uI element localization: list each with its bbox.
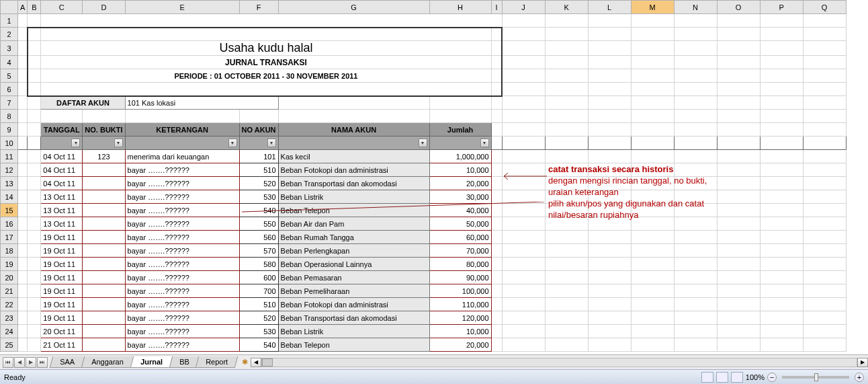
cell-namaakun[interactable]: Beban Fotokopi dan administrasi <box>278 298 429 311</box>
cell[interactable] <box>760 284 803 298</box>
cell[interactable] <box>631 177 674 190</box>
col-header-F[interactable]: F <box>239 1 278 14</box>
cell[interactable] <box>18 137 28 150</box>
select-all-corner[interactable] <box>1 1 18 14</box>
cell[interactable] <box>28 83 41 96</box>
cell[interactable] <box>502 14 545 28</box>
daftar-akun-value[interactable]: 101 Kas lokasi <box>125 96 278 110</box>
cell-jumlah[interactable]: 10,000 <box>429 325 491 338</box>
tab-nav-last[interactable]: ⏭ <box>37 357 48 368</box>
cell[interactable] <box>717 14 760 28</box>
cell[interactable] <box>502 56 545 69</box>
cell[interactable] <box>18 96 28 110</box>
cell[interactable] <box>28 338 41 352</box>
cell[interactable] <box>803 231 846 244</box>
cell[interactable] <box>28 123 41 137</box>
cell-keterangan[interactable]: bayar …….?????? <box>125 258 239 271</box>
cell[interactable] <box>28 150 41 163</box>
cell[interactable] <box>717 311 760 325</box>
cell[interactable] <box>28 325 41 338</box>
cell[interactable] <box>631 41 674 56</box>
cell[interactable] <box>502 258 545 271</box>
cell[interactable] <box>717 83 760 96</box>
cell[interactable] <box>803 110 846 123</box>
cell[interactable] <box>28 217 41 231</box>
cell[interactable] <box>545 137 588 150</box>
row-header[interactable]: 18 <box>1 244 18 258</box>
cell-keterangan[interactable]: bayar …….?????? <box>125 338 239 352</box>
cell-namaakun[interactable]: Beban Perlengkapan <box>278 244 429 258</box>
cell-namaakun[interactable]: Beban Listrik <box>278 190 429 204</box>
cell[interactable] <box>502 150 545 163</box>
cell[interactable] <box>18 298 28 311</box>
cell[interactable] <box>760 244 803 258</box>
chevron-down-icon[interactable]: ▼ <box>114 139 123 147</box>
cell-tanggal[interactable]: 19 Oct 11 <box>41 284 83 298</box>
cell[interactable] <box>760 83 803 96</box>
cell[interactable] <box>803 69 846 83</box>
cell-namaakun[interactable]: Beban Air dan Pam <box>278 217 429 231</box>
chevron-down-icon[interactable]: ▼ <box>228 139 237 147</box>
row-header[interactable]: 8 <box>1 110 18 123</box>
cell[interactable] <box>588 150 631 163</box>
cell-nobukti[interactable] <box>83 258 125 271</box>
cell[interactable] <box>588 110 631 123</box>
cell[interactable] <box>502 69 545 83</box>
cell-jumlah[interactable]: 120,000 <box>429 311 491 325</box>
cell[interactable] <box>491 338 502 352</box>
sheet-tab-jurnal[interactable]: Jurnal <box>130 356 173 368</box>
cell[interactable] <box>631 83 674 96</box>
cell[interactable] <box>674 311 717 325</box>
cell[interactable] <box>631 150 674 163</box>
cell-nobukti[interactable] <box>83 177 125 190</box>
cell[interactable] <box>28 56 41 69</box>
cell[interactable] <box>18 83 28 96</box>
cell[interactable] <box>239 110 278 123</box>
cell[interactable] <box>717 204 760 217</box>
cell[interactable] <box>28 258 41 271</box>
cell[interactable] <box>760 204 803 217</box>
cell-nobukti[interactable] <box>83 325 125 338</box>
cell[interactable] <box>28 28 41 41</box>
cell-noakun[interactable]: 530 <box>239 190 278 204</box>
cell-namaakun[interactable]: Beban Transportasi dan akomodasi <box>278 177 429 190</box>
cell[interactable] <box>28 311 41 325</box>
cell-tanggal[interactable]: 20 Oct 11 <box>41 325 83 338</box>
cell[interactable] <box>588 284 631 298</box>
cell-namaakun[interactable]: Beban Transportasi dan akomodasi <box>278 311 429 325</box>
cell[interactable] <box>631 137 674 150</box>
cell[interactable] <box>588 325 631 338</box>
cell[interactable] <box>545 271 588 284</box>
cell[interactable] <box>28 96 41 110</box>
cell[interactable] <box>18 177 28 190</box>
cell-noakun[interactable]: 510 <box>239 298 278 311</box>
cell[interactable] <box>674 163 717 177</box>
cell[interactable] <box>28 231 41 244</box>
cell[interactable] <box>674 137 717 150</box>
tab-nav-prev[interactable]: ◀ <box>14 357 25 368</box>
cell-namaakun[interactable]: Beban Pemasaran <box>278 271 429 284</box>
cell[interactable] <box>674 258 717 271</box>
cell-keterangan[interactable]: bayar …….?????? <box>125 177 239 190</box>
cell[interactable] <box>631 123 674 137</box>
cell[interactable] <box>491 69 502 83</box>
cell[interactable] <box>631 69 674 83</box>
cell[interactable] <box>83 110 125 123</box>
cell[interactable] <box>491 110 502 123</box>
cell-noakun[interactable]: 580 <box>239 258 278 271</box>
cell-keterangan[interactable]: bayar …….?????? <box>125 231 239 244</box>
cell[interactable] <box>502 28 545 41</box>
cell[interactable] <box>491 325 502 338</box>
cell[interactable] <box>760 41 803 56</box>
cell[interactable] <box>18 258 28 271</box>
cell[interactable] <box>502 338 545 352</box>
cell[interactable] <box>545 325 588 338</box>
cell[interactable] <box>18 190 28 204</box>
chevron-down-icon[interactable]: ▼ <box>480 139 489 147</box>
cell[interactable] <box>545 284 588 298</box>
cell-nobukti[interactable] <box>83 311 125 325</box>
cell[interactable] <box>28 14 41 28</box>
cell[interactable] <box>760 150 803 163</box>
cell[interactable] <box>545 311 588 325</box>
cell[interactable] <box>760 137 803 150</box>
